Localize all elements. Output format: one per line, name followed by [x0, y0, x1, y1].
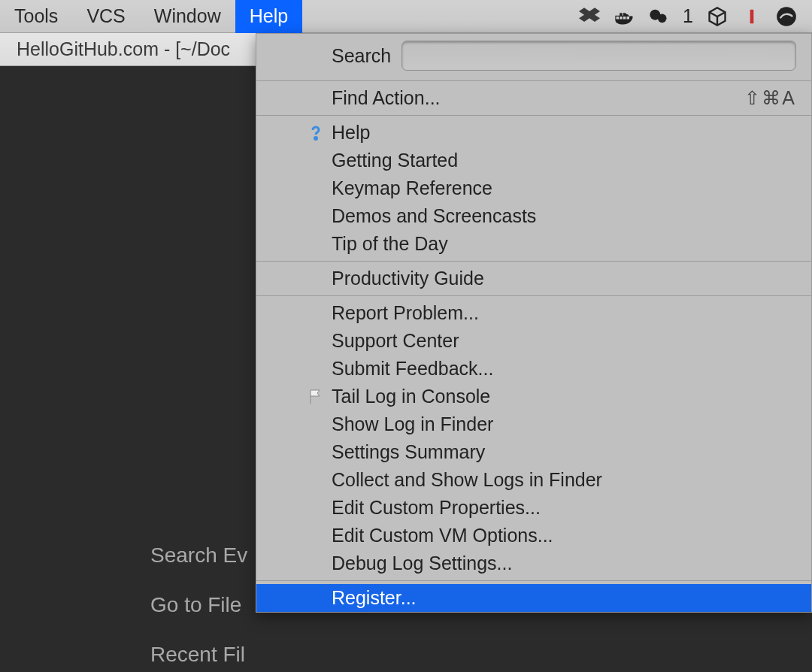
- menu-help-item[interactable]: Help: [256, 119, 811, 147]
- menu-item-label: Productivity Guide: [332, 268, 484, 289]
- shortcut-label: ⇧⌘A: [744, 87, 796, 109]
- menu-show-log-finder[interactable]: Show Log in Finder: [256, 410, 811, 438]
- window-title: HelloGitHub.com - [~/Doc: [17, 38, 230, 60]
- welcome-list: Search Ev Go to File Recent Fil Navigati…: [150, 543, 247, 672]
- menu-vcs[interactable]: VCS: [72, 0, 139, 33]
- cube-icon[interactable]: [707, 6, 728, 27]
- menu-getting-started[interactable]: Getting Started: [256, 147, 811, 174]
- menu-item-label: Show Log in Finder: [332, 413, 493, 435]
- svg-point-4: [315, 137, 317, 139]
- system-tray: 1: [579, 5, 812, 27]
- docker-icon[interactable]: [614, 6, 635, 27]
- help-dropdown: Search Find Action... ⇧⌘A Help Getting S…: [256, 33, 812, 613]
- menu-item-label: Tip of the Day: [332, 233, 448, 255]
- menu-item-label: Register...: [332, 587, 417, 609]
- menubar: Tools VCS Window Help 1: [0, 0, 812, 33]
- help-search-input[interactable]: [401, 41, 796, 71]
- menu-separator: [256, 580, 811, 581]
- help-search-row: Search: [256, 34, 811, 77]
- svg-rect-2: [750, 9, 754, 23]
- dropbox-icon[interactable]: [579, 6, 600, 27]
- svg-point-3: [777, 7, 796, 26]
- menu-item-label: Support Center: [332, 330, 459, 352]
- menu-item-label: Demos and Screencasts: [332, 205, 536, 227]
- menu-find-action[interactable]: Find Action... ⇧⌘A: [256, 84, 811, 112]
- menu-item-label: Edit Custom Properties...: [332, 497, 541, 519]
- menu-item-label: Keymap Reference: [332, 177, 492, 199]
- menu-item-label: Help: [332, 122, 370, 144]
- question-icon: [306, 123, 326, 143]
- menu-item-label: Find Action...: [332, 87, 441, 109]
- menu-window[interactable]: Window: [140, 0, 235, 33]
- menu-item-label: Tail Log in Console: [332, 386, 490, 407]
- battery-icon[interactable]: [741, 6, 762, 27]
- menu-tip-of-day[interactable]: Tip of the Day: [256, 230, 811, 258]
- menu-submit-feedback[interactable]: Submit Feedback...: [256, 355, 811, 383]
- wechat-icon[interactable]: [648, 6, 669, 27]
- menu-debug-log-settings[interactable]: Debug Log Settings...: [256, 549, 811, 577]
- menu-register[interactable]: Register...: [256, 584, 811, 612]
- menu-item-label: Debug Log Settings...: [332, 552, 512, 574]
- menu-tools[interactable]: Tools: [0, 0, 72, 33]
- menubar-left: Tools VCS Window Help: [0, 0, 302, 33]
- menu-tail-log-console[interactable]: Tail Log in Console: [256, 383, 811, 410]
- svg-point-1: [658, 14, 667, 23]
- menu-item-label: Edit Custom VM Options...: [332, 525, 553, 546]
- menu-item-label: Submit Feedback...: [332, 358, 493, 380]
- menu-edit-custom-vm[interactable]: Edit Custom VM Options...: [256, 522, 811, 549]
- menu-item-label: Getting Started: [332, 150, 458, 171]
- menu-separator: [256, 295, 811, 296]
- menu-item-label: Collect and Show Logs in Finder: [332, 469, 602, 491]
- welcome-recent-files[interactable]: Recent Fil: [150, 643, 247, 667]
- menu-report-problem[interactable]: Report Problem...: [256, 299, 811, 327]
- menu-separator: [256, 261, 811, 262]
- globe-icon[interactable]: [776, 6, 797, 27]
- menu-separator: [256, 115, 811, 116]
- menu-keymap-reference[interactable]: Keymap Reference: [256, 174, 811, 202]
- menu-demos-screencasts[interactable]: Demos and Screencasts: [256, 202, 811, 230]
- welcome-search-everywhere[interactable]: Search Ev: [150, 543, 247, 568]
- menu-edit-custom-props[interactable]: Edit Custom Properties...: [256, 494, 811, 522]
- menu-item-label: Settings Summary: [332, 441, 485, 463]
- help-search-label: Search: [332, 45, 391, 67]
- menu-item-label: Report Problem...: [332, 302, 479, 324]
- menu-collect-show-logs[interactable]: Collect and Show Logs in Finder: [256, 466, 811, 494]
- welcome-goto-file[interactable]: Go to File: [150, 593, 247, 617]
- menu-support-center[interactable]: Support Center: [256, 327, 811, 355]
- menu-productivity-guide[interactable]: Productivity Guide: [256, 265, 811, 292]
- menu-separator: [256, 80, 811, 81]
- menu-help[interactable]: Help: [235, 0, 302, 33]
- menu-settings-summary[interactable]: Settings Summary: [256, 438, 811, 466]
- flag-icon: [306, 387, 326, 407]
- tray-badge: 1: [683, 5, 693, 27]
